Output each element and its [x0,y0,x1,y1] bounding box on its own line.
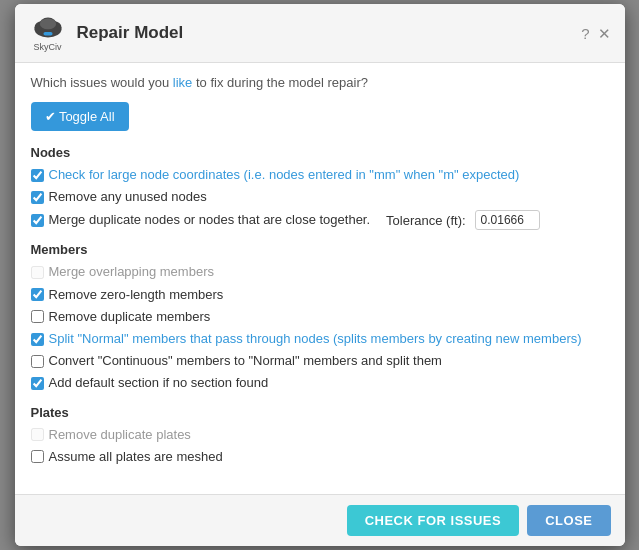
merge-overlapping-checkbox[interactable] [31,266,44,279]
plates-section: Plates Remove duplicate plates Assume al… [31,405,609,466]
assume-plates-meshed-checkbox[interactable] [31,450,44,463]
remove-duplicate-members-label[interactable]: Remove duplicate members [49,308,211,326]
repair-model-dialog: SkyCiv Repair Model ? ✕ Which issues wou… [15,4,625,546]
dialog-header: SkyCiv Repair Model ? ✕ [15,4,625,63]
list-item: Remove duplicate members [31,308,609,326]
members-section-label: Members [31,242,609,257]
list-item: Remove duplicate plates [31,426,609,444]
remove-zero-length-label[interactable]: Remove zero-length members [49,286,224,304]
merge-duplicate-nodes-checkbox[interactable] [31,214,44,227]
list-item: Remove zero-length members [31,286,609,304]
dialog-title: Repair Model [77,23,572,43]
remove-zero-length-checkbox[interactable] [31,288,44,301]
dialog-body: Which issues would you like to fix durin… [15,63,625,494]
toggle-all-button[interactable]: ✔ Toggle All [31,102,129,131]
close-button[interactable]: CLOSE [527,505,610,536]
list-item: Remove any unused nodes [31,188,609,206]
logo: SkyCiv [29,14,67,52]
split-normal-members-label[interactable]: Split "Normal" members that pass through… [49,330,582,348]
logo-label: SkyCiv [33,42,61,52]
list-item: Merge duplicate nodes or nodes that are … [31,210,609,230]
check-large-nodes-checkbox[interactable] [31,169,44,182]
skyciv-logo-icon [29,14,67,41]
check-for-issues-button[interactable]: CHECK FOR ISSUES [347,505,520,536]
remove-unused-nodes-label[interactable]: Remove any unused nodes [49,188,207,206]
header-icons: ? ✕ [581,26,610,41]
close-icon[interactable]: ✕ [598,26,611,41]
remove-duplicate-plates-label: Remove duplicate plates [49,426,191,444]
check-large-nodes-label[interactable]: Check for large node coordinates (i.e. n… [49,166,520,184]
assume-plates-meshed-label[interactable]: Assume all plates are meshed [49,448,223,466]
tolerance-label: Tolerance (ft): [379,213,465,228]
convert-continuous-checkbox[interactable] [31,355,44,368]
list-item: Merge overlapping members [31,263,609,281]
nodes-section-label: Nodes [31,145,609,160]
subtitle-end: to fix during the model repair? [192,75,368,90]
list-item: Assume all plates are meshed [31,448,609,466]
svg-point-4 [39,19,55,30]
merge-duplicate-nodes-label[interactable]: Merge duplicate nodes or nodes that are … [49,211,371,229]
list-item: Convert "Continuous" members to "Normal"… [31,352,609,370]
dialog-footer: CHECK FOR ISSUES CLOSE [15,494,625,546]
remove-unused-nodes-checkbox[interactable] [31,191,44,204]
svg-rect-5 [43,32,52,36]
members-section: Members Merge overlapping members Remove… [31,242,609,392]
nodes-section: Nodes Check for large node coordinates (… [31,145,609,230]
tolerance-input[interactable] [475,210,540,230]
list-item: Check for large node coordinates (i.e. n… [31,166,609,184]
merge-overlapping-label: Merge overlapping members [49,263,214,281]
add-default-section-label[interactable]: Add default section if no section found [49,374,269,392]
remove-duplicate-members-checkbox[interactable] [31,310,44,323]
split-normal-members-checkbox[interactable] [31,333,44,346]
subtitle: Which issues would you like to fix durin… [31,75,609,90]
remove-duplicate-plates-checkbox[interactable] [31,428,44,441]
list-item: Add default section if no section found [31,374,609,392]
convert-continuous-label[interactable]: Convert "Continuous" members to "Normal"… [49,352,442,370]
subtitle-link[interactable]: like [173,75,193,90]
help-icon[interactable]: ? [581,26,589,41]
plates-section-label: Plates [31,405,609,420]
add-default-section-checkbox[interactable] [31,377,44,390]
list-item: Split "Normal" members that pass through… [31,330,609,348]
subtitle-start: Which issues would you [31,75,173,90]
